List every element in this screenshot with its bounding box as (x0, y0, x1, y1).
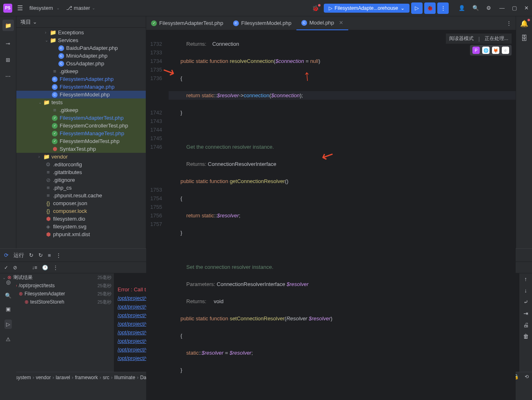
settings-icon[interactable]: ⚙ (486, 5, 491, 11)
chevron-down-icon: ⌄ (401, 5, 405, 11)
tree-file[interactable]: ≡.phpunit.result.cache (16, 192, 146, 199)
tree-file[interactable]: ≡.gitkeep (16, 67, 146, 75)
terminal-icon[interactable]: ▣ (6, 306, 11, 312)
tree-file[interactable]: ⬢filesystem.dio (16, 215, 146, 223)
tree-file[interactable]: ◈filesystem.svg (16, 223, 146, 230)
console-toolbar: ↑ ↓ ⤶ ⇥ 🖨 🗑 (519, 273, 532, 372)
notifications-icon[interactable]: 🔔 (520, 20, 528, 27)
database-icon[interactable]: 🗄 (521, 35, 528, 42)
services-icon[interactable]: ◎ (6, 279, 11, 285)
left-rail-bottom: ◎ 🔍 ▣ ▷ ⚠ (0, 279, 16, 389)
editor-tab[interactable]: ✓FilesystemAdapterTest.php (146, 16, 228, 30)
right-tool-rail: 🔔 🗄 (516, 16, 532, 248)
debug-icon[interactable]: 🐞 (312, 5, 319, 11)
run-button[interactable]: ▷ (411, 2, 423, 14)
tree-file[interactable]: ≡.php_cs (16, 184, 146, 192)
tree-file[interactable]: ≡.gitkeep (16, 106, 146, 114)
code-editor[interactable]: 17321733173417351736 1742174317441745174… (146, 30, 516, 400)
down-icon[interactable]: ↓ (524, 287, 527, 294)
tree-file[interactable]: ✓FilesystemManageTest.php (16, 130, 146, 137)
structure-tool-icon[interactable]: ⊞ (4, 56, 12, 64)
tree-folder[interactable]: ›📁vendor (16, 153, 146, 161)
toggle-auto-icon[interactable]: ↻ (38, 252, 43, 258)
titlebar: PS ☰ filesystem ⌄ ⎇master⌄ 🐞 ▷Filesystem… (0, 0, 532, 16)
tree-file[interactable]: CFilesystemManage.php (16, 83, 146, 91)
sync-icon[interactable]: ⟲ (525, 374, 529, 381)
test-method[interactable]: ⊗testStoreStoreh25毫秒 (0, 298, 114, 306)
editor-area: ✓FilesystemAdapterTest.php CFilesystemMo… (146, 16, 516, 248)
commit-tool-icon[interactable]: ⊸ (4, 39, 12, 47)
check-icon[interactable]: ✓ (4, 265, 8, 270)
tree-file[interactable]: ✓FilesystemModelTest.php (16, 137, 146, 145)
phpstorm-icon[interactable]: P (472, 47, 480, 54)
rerun-failed-icon[interactable]: ↻ (29, 252, 33, 258)
problems-icon[interactable]: ⚠ (6, 336, 11, 342)
tree-file[interactable]: ✓FilesystemAdapterTest.php (16, 114, 146, 122)
tree-file[interactable]: CMinioAdapter.php (16, 52, 146, 60)
print-icon[interactable]: 🖨 (523, 322, 529, 328)
tree-file[interactable]: {}composer.lock (16, 207, 146, 215)
tree-file[interactable]: ✓FilesystemControllerTest.php (16, 122, 146, 130)
test-root[interactable]: ⌄⊗测试结果25毫秒 (0, 273, 114, 282)
test-suite[interactable]: ⌄⊗/opt/project/tests25毫秒 (0, 282, 114, 290)
tree-file[interactable]: CBaiduPanAdapter.php (16, 44, 146, 52)
test-class[interactable]: ⌄⊗FilesystemAdapter25毫秒 (0, 290, 114, 298)
sort-icon[interactable]: ↓≡ (32, 265, 37, 270)
tree-file[interactable]: CFilesystemModel.php (16, 91, 146, 98)
history-icon[interactable]: 🕐 (42, 265, 48, 270)
branch-icon: ⎇ (66, 5, 72, 11)
tabs-more-icon[interactable]: ⋮ (502, 20, 516, 26)
search-icon[interactable]: 🔍 (472, 5, 479, 11)
hamburger-icon[interactable]: ☰ (17, 4, 23, 12)
tree-folder[interactable]: ⌄📁Services (16, 36, 146, 44)
chrome-icon[interactable]: 🌐 (482, 47, 490, 54)
more-tool-icon[interactable]: ⋯ (4, 72, 12, 80)
firefox-icon[interactable]: 🦊 (492, 47, 499, 54)
chevron-down-icon: ⌄ (33, 19, 37, 25)
more-icon[interactable]: ⋮ (53, 265, 58, 270)
disable-icon[interactable]: ⊘ (13, 265, 17, 270)
project-tool-icon[interactable]: 📁 (2, 20, 14, 31)
line-gutter: 17321733173417351736 1742174317441745174… (146, 30, 169, 400)
editor-tab[interactable]: CFilesystemModel.php (228, 16, 296, 30)
maximize-button[interactable]: ▢ (512, 5, 517, 11)
rerun-icon[interactable]: ⟳ (4, 252, 9, 258)
account-icon[interactable]: 👤 (459, 5, 465, 11)
minimize-button[interactable]: — (499, 5, 505, 11)
app-icon: PS (3, 4, 12, 13)
run-tool-icon[interactable]: ▷ (4, 320, 12, 329)
up-icon[interactable]: ↑ (524, 276, 527, 282)
tree-file[interactable]: COssAdapter.php (16, 60, 146, 67)
more-actions-button[interactable]: ⋮ (437, 2, 449, 14)
browser-preview-icons: P 🌐 🦊 e (470, 45, 512, 56)
close-tab-icon[interactable]: ✕ (339, 20, 343, 26)
chevron-down-icon[interactable]: ⌄ (56, 6, 60, 10)
tree-file[interactable]: ≡.gitattributes (16, 168, 146, 176)
find-icon[interactable]: 🔍 (5, 293, 11, 299)
project-tree[interactable]: ›📁Exceptions ⌄📁Services CBaiduPanAdapter… (16, 28, 146, 248)
tree-file[interactable]: CFilesystemAdapter.php (16, 75, 146, 83)
stop-icon[interactable]: ■ (48, 252, 51, 258)
project-name[interactable]: filesystem (29, 5, 53, 11)
tree-file[interactable]: ⬢SyntaxTest.php (16, 145, 146, 153)
close-button[interactable]: ✕ (524, 5, 529, 11)
code-content[interactable]: Returns: Connection public static functi… (169, 30, 516, 400)
tree-folder[interactable]: ⌄📁tests (16, 98, 146, 106)
more-icon[interactable]: ⋮ (56, 252, 61, 258)
editor-tab[interactable]: CModel.php✕ (296, 16, 349, 30)
clear-icon[interactable]: 🗑 (523, 333, 529, 340)
tree-folder[interactable]: ›📁Exceptions (16, 29, 146, 36)
debug-button[interactable]: 🐞 (424, 2, 436, 14)
run-icon: ▷ (329, 5, 332, 11)
tree-file[interactable]: {}composer.json (16, 199, 146, 207)
vcs-branch[interactable]: ⎇master⌄ (66, 5, 102, 11)
run-configuration[interactable]: ▷FilesystemAdapte...orehouse⌄ (324, 4, 410, 13)
test-results-tree[interactable]: ⌄⊗测试结果25毫秒 ⌄⊗/opt/project/tests25毫秒 ⌄⊗Fi… (0, 273, 114, 372)
tree-file[interactable]: ⬢phpunit.xml.dist (16, 230, 146, 238)
tree-file[interactable]: ⊘.gitignore (16, 176, 146, 184)
soft-wrap-icon[interactable]: ⤶ (523, 299, 528, 305)
tree-file[interactable]: ⚙.editorconfig (16, 161, 146, 168)
scroll-end-icon[interactable]: ⇥ (523, 310, 528, 317)
edge-icon[interactable]: e (502, 47, 509, 54)
project-panel-header[interactable]: 项目 ⌄ (16, 16, 146, 28)
